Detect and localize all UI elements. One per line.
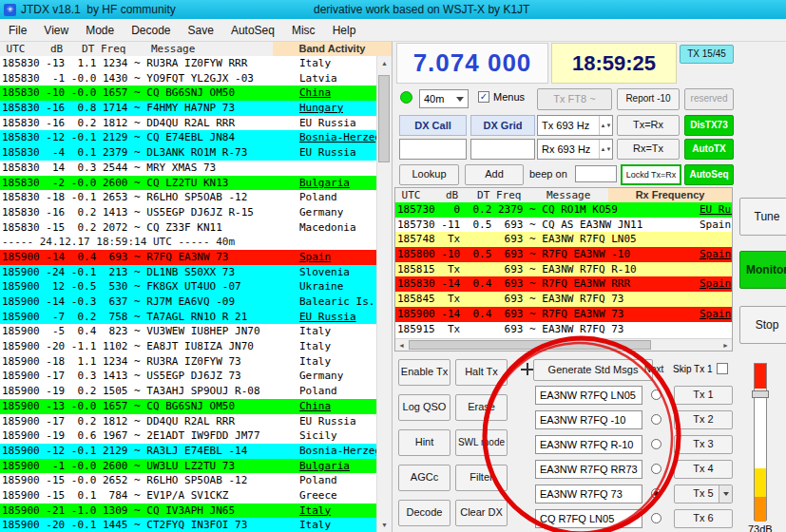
- add-button[interactable]: Add: [465, 164, 524, 185]
- menus-checkbox[interactable]: ✓ Menus: [478, 91, 525, 103]
- tx-period-button[interactable]: TX 15/45: [680, 45, 734, 64]
- tx-message-button[interactable]: Tx 4: [674, 460, 733, 479]
- distx73-button[interactable]: DisTX73: [684, 115, 734, 136]
- decode-row[interactable]: 185900 -19 0.6 1967 ~ 2E1ADT IW9FDD JM77…: [0, 428, 376, 444]
- menu-item[interactable]: Help: [324, 21, 365, 40]
- frequency-display[interactable]: 7.074 000: [396, 43, 548, 84]
- decode-row[interactable]: 185830 -12 -0.1 2129 ~ CQ E74EBL JN84 Bo…: [0, 130, 376, 145]
- generate-std-msgs-button[interactable]: Generate Std Msgs: [533, 359, 653, 381]
- decode-row[interactable]: 185830 14 0.3 2544 ~ MRY XMAS 73: [0, 161, 376, 176]
- tx-message-button[interactable]: Tx 6: [674, 509, 733, 528]
- decode-row[interactable]: 185900 -19 0.2 1505 ~ TA3AHJ SP9OUJ R-08…: [0, 384, 376, 399]
- menu-item[interactable]: View: [35, 21, 77, 40]
- tx-message-field[interactable]: EA3NW R7FQ -10: [535, 410, 642, 429]
- tx-next-radio[interactable]: [651, 488, 661, 499]
- dx-call-input[interactable]: [399, 139, 467, 160]
- lock-tx-rx-button[interactable]: Lockd Tx=Rx: [621, 164, 681, 185]
- tx-message-field[interactable]: EA3NW R7FQ R-10: [535, 435, 642, 454]
- decode-row[interactable]: 185900 -1 -0.0 2600 ~ UW3LU LZ2TU 73 Bul…: [0, 459, 376, 474]
- decode-row[interactable]: 185815 Tx 693 ~ EA3NW R7FQ R-10: [395, 262, 732, 277]
- decode-row[interactable]: 185900 -14 0.4 693 ~ R7FQ EA3NW 73 Spain: [395, 307, 732, 322]
- enable-tx-button[interactable]: Enable Tx: [398, 359, 451, 386]
- halt-tx-button[interactable]: Halt Tx: [455, 359, 508, 386]
- tx-message-field[interactable]: EA3NW R7FQ LN05: [535, 386, 642, 405]
- tx-next-radio[interactable]: [651, 414, 661, 425]
- dx-grid-input[interactable]: [470, 139, 535, 160]
- decode-row[interactable]: 185900 -21 -1.0 1309 ~ CQ IV3APH JN65 It…: [0, 504, 376, 519]
- decode-row[interactable]: 185830 -18 -0.1 2653 ~ R6LHO SP5OAB -12 …: [0, 190, 376, 205]
- decode-row[interactable]: 185900 -15 0.1 784 ~ EV1P/A SV1CKZ Greec…: [0, 488, 376, 504]
- decode-row[interactable]: 185900 -17 0.3 1413 ~ US5EGP DJ6JZ 73 Ge…: [0, 369, 376, 384]
- tx-next-radio[interactable]: [651, 439, 661, 449]
- tx-eq-rx-button[interactable]: Tx=Rx: [617, 115, 680, 136]
- tx-next-radio[interactable]: [651, 513, 661, 523]
- tx-message-field[interactable]: EA3NW R7FQ RR73: [535, 460, 642, 479]
- tx-power-slider[interactable]: [754, 363, 767, 521]
- decode-row[interactable]: 185900 -20 -0.1 1445 ~ CT2FYQ IN3FOI 73 …: [0, 518, 376, 532]
- report-spinner[interactable]: Report -10: [617, 88, 680, 110]
- tx-next-radio[interactable]: [651, 464, 661, 474]
- menu-item[interactable]: Decode: [123, 21, 179, 40]
- scroll-right-icon[interactable]: ►: [719, 339, 732, 352]
- decode-row[interactable]: 185845 Tx 693 ~ EA3NW R7FQ 73: [395, 292, 732, 307]
- slider-handle[interactable]: [752, 390, 769, 398]
- decode-row[interactable]: 185830 -15 0.2 2072 ~ CQ Z33F KN11 Maced…: [0, 220, 376, 236]
- menu-item[interactable]: File: [0, 21, 35, 40]
- tx-message-field[interactable]: EA3NW R7FQ 73: [535, 484, 642, 504]
- decode-row[interactable]: 185915 Tx 693 ~ EA3NW R7FQ 73: [395, 322, 732, 337]
- scroll-down-icon[interactable]: ▼: [377, 518, 392, 532]
- autotx-button[interactable]: AutoTX: [684, 139, 734, 160]
- menu-item[interactable]: Save: [180, 21, 222, 40]
- decode-row[interactable]: 185830 -16 0.2 1812 ~ DD4QU R2AL RRR EU …: [0, 116, 376, 131]
- decode-button[interactable]: Decode: [398, 500, 451, 526]
- decode-row[interactable]: 185730 0 0.2 2379 ~ CQ RO1M KO59 EU Russ…: [395, 202, 732, 218]
- decode-row[interactable]: 185830 -2 -0.0 2600 ~ CQ LZ2TU KN13 Bulg…: [0, 176, 376, 191]
- decode-row[interactable]: 185830 -4 0.1 2379 ~ DL3ANK RO1M R-73 EU…: [0, 145, 376, 161]
- decode-row[interactable]: 185900 12 -0.5 530 ~ FK8GX UT4UO -07 Ukr…: [0, 279, 376, 294]
- rx-freq-spinner[interactable]: Rx 693 Hz ▲▼: [537, 139, 613, 160]
- filter-button[interactable]: Filter: [455, 465, 508, 491]
- scroll-up-icon[interactable]: ▲: [377, 56, 392, 70]
- tx-freq-spinner[interactable]: Tx 693 Hz ▲▼: [537, 115, 613, 136]
- hint-button[interactable]: Hint: [398, 429, 451, 456]
- decode-row[interactable]: 185830 -16 0.8 1714 ~ F4HMY HA7NP 73 Hun…: [0, 101, 376, 116]
- scroll-left-icon[interactable]: ◄: [395, 339, 408, 352]
- decode-row[interactable]: 185900 -5 0.4 823 ~ VU3WEW IU8HEP JN70 I…: [0, 324, 376, 339]
- decode-row[interactable]: 185800 -10 0.5 693 ~ R7FQ EA3NW -10 Spai…: [395, 247, 732, 262]
- lookup-button[interactable]: Lookup: [399, 164, 459, 185]
- band-activity-scrollbar[interactable]: ▲ ▼: [376, 56, 392, 532]
- log-qso-button[interactable]: Log QSO: [398, 394, 451, 421]
- beep-input[interactable]: [575, 165, 617, 182]
- decode-row[interactable]: 185900 -17 0.2 1812 ~ DD4QU R2AL RRR EU …: [0, 414, 376, 429]
- tune-button[interactable]: Tune: [739, 198, 786, 236]
- decode-row[interactable]: 185900 -13 -0.0 1657 ~ CQ BG6SNJ OM50 Ch…: [0, 399, 376, 414]
- tx-message-field[interactable]: CQ R7FQ LN05: [535, 509, 642, 528]
- band-select[interactable]: 40m: [419, 89, 469, 108]
- spinner-arrows-icon[interactable]: ▲▼: [599, 140, 612, 159]
- menu-item[interactable]: AutoSeq: [222, 21, 283, 40]
- decode-row[interactable]: 185830 -1 -0.0 1430 ~ YO9FQT YL2GJX -03 …: [0, 71, 376, 86]
- decode-row[interactable]: 185900 -12 -0.1 2129 ~ RA3LJ E74EBL -14 …: [0, 444, 376, 459]
- decode-row[interactable]: 185830 -16 0.2 1413 ~ US5EGP DJ6JZ R-15 …: [0, 205, 376, 220]
- scroll-thumb[interactable]: [378, 75, 390, 162]
- decode-row[interactable]: 185900 -18 1.1 1234 ~ RU3RA IZ0FYW 73 It…: [0, 354, 376, 370]
- decode-row[interactable]: 185830 -13 1.1 1234 ~ RU3RA IZ0FYW RRR I…: [0, 56, 376, 71]
- clear-dx-button[interactable]: Clear DX: [455, 500, 508, 526]
- agcc-button[interactable]: AGCc: [398, 465, 451, 491]
- tx-next-radio[interactable]: [651, 390, 661, 400]
- menu-item[interactable]: Mode: [77, 21, 123, 40]
- dropdown-icon[interactable]: [719, 485, 732, 503]
- decode-row[interactable]: 185900 -24 -0.1 213 ~ DL1NB S50XX 73 Slo…: [0, 265, 376, 280]
- tx-message-button[interactable]: Tx 2: [674, 410, 733, 429]
- tx-message-button[interactable]: Tx 1: [674, 386, 733, 405]
- stop-button[interactable]: Stop: [739, 306, 786, 344]
- rx-frequency-hscrollbar[interactable]: ◄ ►: [395, 338, 732, 351]
- decode-row[interactable]: 185830 -14 0.4 693 ~ R7FQ EA3NW RRR Spai…: [395, 276, 732, 292]
- spinner-arrows-icon[interactable]: ▲▼: [599, 116, 612, 135]
- decode-row[interactable]: 185830 -10 -0.0 1657 ~ CQ BG6SNJ OM50 Ch…: [0, 86, 376, 101]
- decode-row[interactable]: ----- 24.12.17 18:59:14 UTC ----- 40m: [0, 235, 376, 250]
- autoseq-button[interactable]: AutoSeq: [684, 164, 734, 185]
- decode-row[interactable]: 185900 -7 0.2 758 ~ TA7AGL RN1O R 21 EU …: [0, 310, 376, 325]
- tx-message-button[interactable]: Tx 3: [674, 435, 733, 454]
- decode-row[interactable]: 185730 -11 0.5 693 ~ CQ AS EA3NW JN11 Sp…: [395, 218, 732, 233]
